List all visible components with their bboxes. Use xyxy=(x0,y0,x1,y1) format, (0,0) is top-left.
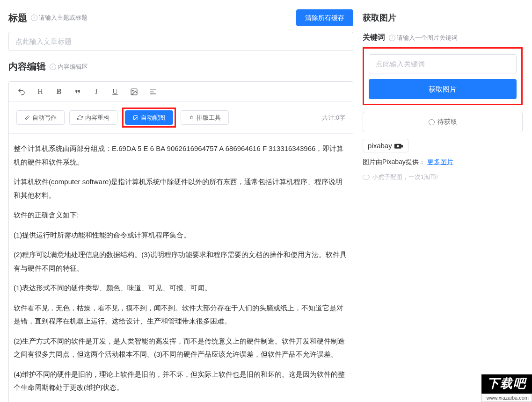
paragraph: 计算机软件(computer software)是指计算机系统中除硬件以外的所有… xyxy=(14,175,348,202)
more-images-link[interactable]: 更多图片 xyxy=(427,158,453,165)
heading-icon[interactable]: H xyxy=(35,86,45,97)
paragraph: (1)表达形式不同的硬件类型、颜色、味道、可见、可摸、可闻。 xyxy=(14,281,348,295)
align-left-icon[interactable] xyxy=(147,86,158,97)
undo-icon[interactable] xyxy=(16,86,27,97)
svg-point-1 xyxy=(132,90,133,91)
clear-cache-button[interactable]: 清除所有缓存 xyxy=(296,9,353,26)
content-rebuild-button[interactable]: 内容重构 xyxy=(69,110,117,125)
info-icon: i xyxy=(389,35,395,41)
format-toolbar: H B I U xyxy=(9,82,353,102)
keyword-hint: i 请输入一个图片关键词 xyxy=(389,34,458,42)
word-count: 共计:0字 xyxy=(322,114,345,122)
watermark: 下载吧 www.xiazaiba.com xyxy=(481,374,532,402)
image-icon[interactable] xyxy=(129,86,139,97)
paragraph: (1)提供运行时所需功能和性能的命令或计算机程序集合。 xyxy=(14,229,348,242)
content-edit-label: 内容编辑 xyxy=(8,60,46,73)
underline-icon[interactable]: U xyxy=(110,86,120,97)
watermark-text: 下载吧 xyxy=(481,374,532,394)
keyword-label: 关键词 xyxy=(363,33,385,43)
info-icon: i xyxy=(31,14,37,21)
fetch-image-button[interactable]: 获取图片 xyxy=(369,79,517,99)
sidebar: 获取图片 关键词 i 请输入一个图片关键词 获取图片 待获取 pixabay 图… xyxy=(363,9,523,402)
info-icon: i xyxy=(50,64,56,70)
bold-icon[interactable]: B xyxy=(54,86,64,97)
camera-icon xyxy=(394,143,403,149)
title-hint: i 请输入主题或标题 xyxy=(31,14,87,22)
footer-note: 小虎子配图，一次1淘币! xyxy=(363,173,523,181)
layout-tool-button[interactable]: 排版工具 xyxy=(181,110,229,125)
italic-icon[interactable]: I xyxy=(91,86,102,97)
credit-line: 图片由Pixabay提供： 更多图片 xyxy=(363,158,523,166)
pixabay-badge: pixabay xyxy=(363,139,408,152)
watermark-url: www.xiazaiba.com xyxy=(481,394,532,402)
fetch-image-title: 获取图片 xyxy=(363,12,523,23)
paragraph: 整个计算机系统由两部分组成：E.69DA 5 E 6 BA 9062616964… xyxy=(14,142,348,169)
keyword-input[interactable] xyxy=(369,54,517,73)
auto-image-button[interactable]: 自动配图 xyxy=(125,110,173,125)
auto-write-button[interactable]: 自动写作 xyxy=(16,110,65,125)
svg-rect-8 xyxy=(401,145,403,147)
paragraph: 软件看不见，无色，枯燥，看不见，摸不到，闻不到。软件大部分存在于人们的头脑或纸上… xyxy=(14,302,348,328)
title-section-header: 标题 i 请输入主题或标题 清除所有缓存 xyxy=(8,9,353,26)
cloud-icon xyxy=(363,175,370,179)
title-label: 标题 xyxy=(8,12,27,24)
quote-icon[interactable] xyxy=(73,86,83,97)
content-edit-hint: i 内容编辑区 xyxy=(50,63,88,71)
layout-icon xyxy=(189,115,194,121)
editor-box: H B I U 自动写作 xyxy=(8,81,353,402)
image-icon xyxy=(133,115,138,121)
refresh-icon xyxy=(77,115,83,121)
paragraph: (2)程序可以满意地处理信息的数据结构。(3)说明程序功能要求和程序需要的文档的… xyxy=(14,248,348,275)
circle-icon xyxy=(429,119,435,125)
editor-content[interactable]: 整个计算机系统由两部分组成：E.69DA 5 E 6 BA 9062616964… xyxy=(9,134,353,402)
pencil-icon xyxy=(24,115,30,121)
paragraph: (2)生产方式不同的软件是开发，是人类智能的高发挥，而不是传统意义上的硬件制造。… xyxy=(14,335,348,361)
paragraph: 软件的正确含义如下: xyxy=(14,208,348,222)
pending-status-button[interactable]: 待获取 xyxy=(363,112,523,132)
svg-point-7 xyxy=(397,145,399,147)
highlight-keyword-box: 获取图片 xyxy=(363,47,523,105)
paragraph: (4)维护不同的硬件是旧的，理论上软件是旧的，并不坏，但实际上软件也是旧的和坏的… xyxy=(14,368,348,395)
action-toolbar: 自动写作 内容重构 自动配图 排版工具 共计:0字 xyxy=(9,102,353,134)
article-title-input[interactable] xyxy=(8,32,353,51)
highlight-auto-image: 自动配图 xyxy=(122,108,176,128)
main-column: 标题 i 请输入主题或标题 清除所有缓存 内容编辑 i 内容编辑区 xyxy=(8,9,353,402)
